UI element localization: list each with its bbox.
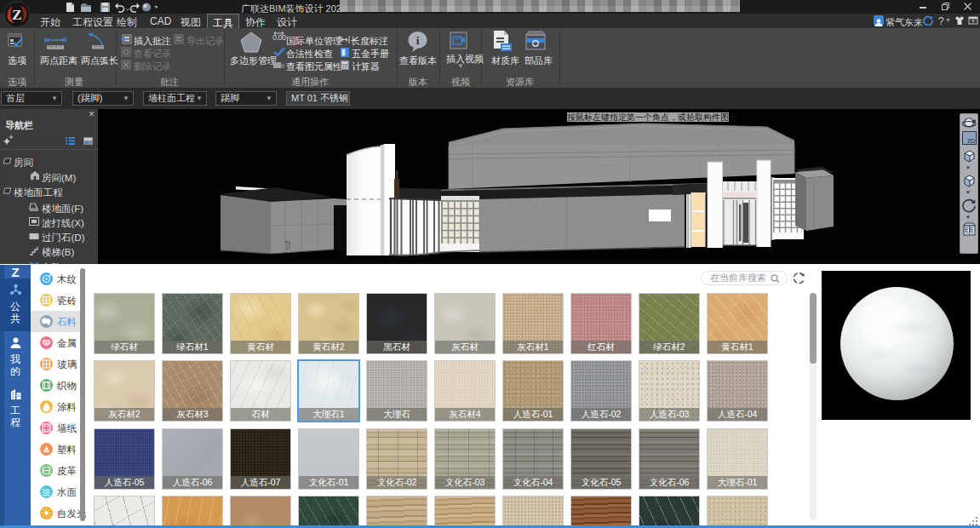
svg-text:i: i	[416, 34, 420, 47]
svg-text:Z: Z	[12, 7, 21, 23]
